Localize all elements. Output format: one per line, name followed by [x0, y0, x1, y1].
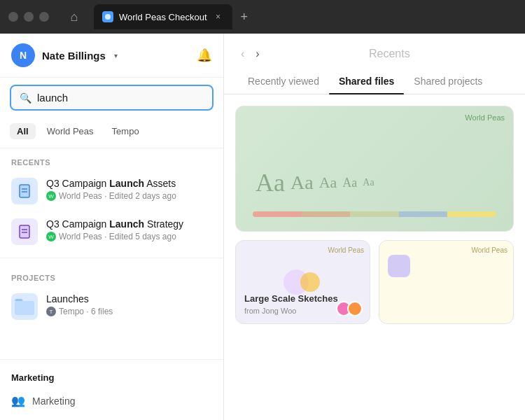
- traffic-light-maximize[interactable]: [39, 12, 49, 22]
- palette-bar: [253, 211, 496, 217]
- yellow-card[interactable]: World Peas: [379, 240, 514, 324]
- workspace-icon-1: W: [46, 191, 56, 201]
- marketing-icon: 👥: [11, 394, 25, 407]
- traffic-light-close[interactable]: [8, 12, 18, 22]
- result-item-1[interactable]: Q3 Campaign Launch Assets W World Peas ·…: [0, 171, 223, 211]
- nav-forward-button[interactable]: ›: [253, 45, 262, 63]
- project-text-launches: Launches T Tempo · 6 files: [46, 293, 113, 316]
- svg-rect-5: [20, 225, 29, 238]
- typography-card[interactable]: World Peas Aa Aa Aa Aa Aa: [235, 106, 514, 232]
- search-container: 🔍: [0, 78, 223, 118]
- palette-seg-4: [399, 211, 448, 217]
- content-tabs: Recently viewed Shared files Shared proj…: [224, 63, 525, 94]
- avatar-2: [347, 301, 363, 316]
- svg-point-0: [105, 14, 111, 20]
- sketch-card-workspace-label: World Peas: [328, 246, 364, 254]
- tab-favicon: [102, 11, 113, 22]
- typo-sample-1: Aa: [255, 168, 285, 197]
- user-info[interactable]: N Nate Billings ▾: [11, 43, 118, 67]
- search-box: 🔍: [10, 85, 214, 111]
- tab-label: World Peas Checkout: [119, 12, 207, 22]
- search-icon: 🔍: [20, 92, 31, 104]
- svg-point-11: [300, 272, 320, 292]
- content-area: ‹ › Recents Recently viewed Shared files…: [224, 34, 525, 420]
- sidebar-nav-marketing[interactable]: 👥 Marketing: [0, 388, 223, 413]
- project-meta-launches: T Tempo · 6 files: [46, 307, 113, 316]
- user-header: N Nate Billings ▾ 🔔: [0, 34, 223, 78]
- result-icon-2: [11, 218, 38, 245]
- project-icon-launches: [11, 293, 38, 320]
- traffic-lights: [8, 12, 49, 22]
- typo-sample-2: Aa: [290, 172, 314, 194]
- search-input[interactable]: [37, 92, 204, 104]
- project-title-launches: Launches: [46, 293, 113, 304]
- sidebar: N Nate Billings ▾ 🔔 🔍 All World Peas Tem…: [0, 34, 224, 420]
- palette-seg-3: [350, 211, 399, 217]
- result-icon-1: [11, 178, 38, 204]
- recents-title: Recents: [268, 48, 511, 60]
- home-button[interactable]: ⌂: [63, 6, 85, 28]
- tab-shared-projects[interactable]: Shared projects: [404, 71, 492, 94]
- traffic-light-minimize[interactable]: [24, 12, 34, 22]
- palette-seg-2: [302, 211, 351, 217]
- filter-tab-all[interactable]: All: [10, 123, 36, 139]
- notification-bell-icon[interactable]: 🔔: [197, 48, 212, 63]
- sketch-card-subtitle: from Jong Woo: [244, 307, 296, 315]
- filter-tabs: All World Peas Tempo: [0, 118, 223, 148]
- result-item-2[interactable]: Q3 Campaign Launch Strategy W World Peas…: [0, 211, 223, 252]
- typography-samples: Aa Aa Aa Aa Aa: [244, 154, 505, 211]
- tab-close-button[interactable]: ×: [213, 11, 224, 22]
- result-text-1: Q3 Campaign Launch Assets W World Peas ·…: [46, 178, 176, 201]
- yellow-card-icon: [388, 255, 410, 277]
- filter-tab-world-peas[interactable]: World Peas: [40, 123, 101, 139]
- content-header: ‹ › Recents: [224, 34, 525, 63]
- filter-tab-tempo[interactable]: Tempo: [105, 123, 146, 139]
- tab-shared-files[interactable]: Shared files: [329, 71, 404, 94]
- sidebar-bottom: Marketing 👥 Marketing: [0, 359, 223, 420]
- content-grid: World Peas Aa Aa Aa Aa Aa Wor: [224, 94, 525, 420]
- typo-sample-4: Aa: [342, 176, 357, 190]
- sketch-card-title: Large Scale Sketches: [244, 293, 338, 304]
- result-text-2: Q3 Campaign Launch Strategy W World Peas…: [46, 218, 183, 241]
- typo-sample-3: Aa: [319, 174, 337, 192]
- active-tab[interactable]: World Peas Checkout ×: [94, 4, 232, 29]
- sketch-card[interactable]: World Peas Large Scale Sketches from Jon…: [235, 240, 370, 324]
- home-icon: ⌂: [71, 10, 78, 24]
- tabs-area: World Peas Checkout × +: [94, 4, 517, 29]
- avatar-stack: [340, 301, 363, 316]
- palette-seg-5: [447, 211, 496, 217]
- main-layout: N Nate Billings ▾ 🔔 🔍 All World Peas Tem…: [0, 34, 525, 420]
- titlebar: ⌂ World Peas Checkout × +: [0, 0, 525, 34]
- svg-rect-1: [20, 185, 29, 197]
- chevron-down-icon: ▾: [114, 52, 118, 59]
- result-title-2: Q3 Campaign Launch Strategy: [46, 218, 183, 230]
- results-divider: [0, 258, 223, 258]
- project-item-launches[interactable]: Launches T Tempo · 6 files: [0, 286, 223, 327]
- result-meta-2: W World Peas · Edited 5 days ago: [46, 232, 183, 241]
- typo-sample-5: Aa: [363, 177, 374, 188]
- result-title-1: Q3 Campaign Launch Assets: [46, 178, 176, 189]
- typography-card-workspace-label: World Peas: [465, 113, 505, 122]
- svg-rect-9: [15, 301, 34, 315]
- palette-seg-1: [253, 211, 302, 217]
- user-name: Nate Billings: [42, 50, 106, 62]
- tab-recently-viewed[interactable]: Recently viewed: [238, 71, 329, 94]
- search-results: Recents Q3 Campaign Launch Assets W Wor: [0, 148, 223, 359]
- nav-back-button[interactable]: ‹: [238, 45, 247, 63]
- yellow-card-workspace-label: World Peas: [471, 246, 507, 254]
- recents-section-label: Recents: [0, 148, 223, 171]
- projects-section-label: Projects: [0, 264, 223, 286]
- result-meta-1: W World Peas · Edited 2 days ago: [46, 191, 176, 201]
- sidebar-section-marketing-title: Marketing: [0, 367, 223, 388]
- sidebar-nav-marketing-label: Marketing: [32, 396, 75, 407]
- workspace-icon-2: W: [46, 232, 56, 241]
- avatar: N: [11, 43, 35, 67]
- new-tab-button[interactable]: +: [235, 10, 254, 24]
- workspace-icon-tempo: T: [46, 307, 56, 316]
